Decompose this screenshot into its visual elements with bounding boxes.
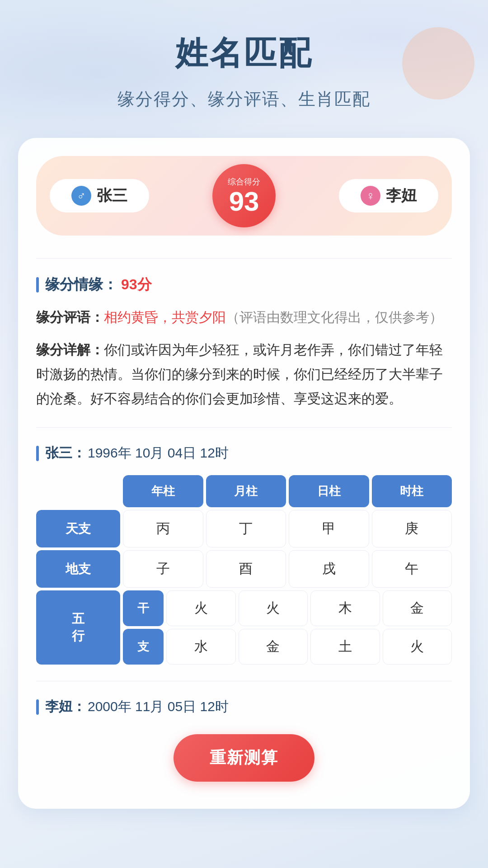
wuxing-gan-cells: 火 火 木 金 xyxy=(166,590,452,626)
bazi1-title: 张三： 1996年 10月 04日 12时 xyxy=(36,444,452,462)
wuxing-zhi-cells: 水 金 土 火 xyxy=(166,629,452,665)
detail-label: 缘分详解： xyxy=(36,342,104,357)
gan-val-0: 火 xyxy=(166,590,236,626)
gan-val-3: 金 xyxy=(383,590,452,626)
bazi1-person-label: 张三： xyxy=(45,444,86,462)
bazi2-title-bar xyxy=(36,699,39,715)
yuanfen-score: 93分 xyxy=(121,275,152,295)
bazi2-section: 李妞： 2000年 11月 05日 12时 xyxy=(36,681,452,716)
wuxing-right: 干 火 火 木 金 支 水 金 土 xyxy=(123,590,452,665)
tiangan-val-0: 丙 xyxy=(123,510,203,547)
th-nianzhu: 年柱 xyxy=(123,475,203,507)
score-label: 综合得分 xyxy=(228,176,260,187)
bazi1-title-bar xyxy=(36,446,39,461)
page-subtitle: 缘分得分、缘分评语、生肖匹配 xyxy=(0,88,488,111)
zhi-val-0: 水 xyxy=(166,629,236,665)
zhi-val-3: 火 xyxy=(383,629,452,665)
wuxing-zhi-label: 支 xyxy=(123,629,164,665)
dizhi-val-2: 戌 xyxy=(289,550,369,588)
bazi2-title: 李妞： 2000年 11月 05日 12时 xyxy=(36,698,452,716)
bazi1-section: 张三： 1996年 10月 04日 12时 年柱 月柱 日柱 时柱 天支 丙 丁… xyxy=(36,427,452,665)
th-yuezhu: 月柱 xyxy=(206,475,286,507)
yuanfen-title-text: 缘分情缘： xyxy=(45,275,117,295)
male-gender-icon: ♂ xyxy=(71,186,91,206)
dizhi-val-1: 酉 xyxy=(206,550,286,588)
dizhi-val-3: 午 xyxy=(372,550,452,588)
review-highlight: 相约黄昏，共赏夕阳 xyxy=(104,310,226,325)
recalculate-button[interactable]: 重新测算 xyxy=(174,734,314,782)
tiangan-val-1: 丁 xyxy=(206,510,286,547)
review-label: 缘分评语： xyxy=(36,310,104,325)
score-circle: 综合得分 93 xyxy=(212,164,276,227)
table-header-row: 年柱 月柱 日柱 时柱 xyxy=(36,475,452,507)
wuxing-char2: 行 xyxy=(72,627,84,645)
bazi1-birth-date: 1996年 10月 04日 12时 xyxy=(88,444,229,462)
review-text: 缘分评语：相约黄昏，共赏夕阳（评语由数理文化得出，仅供参考） xyxy=(36,306,452,329)
yuanfen-section: 缘分情缘： 93分 缘分评语：相约黄昏，共赏夕阳（评语由数理文化得出，仅供参考）… xyxy=(36,258,452,411)
female-gender-icon: ♀ xyxy=(361,186,380,206)
bazi2-birth-date: 2000年 11月 05日 12时 xyxy=(88,698,229,716)
score-number: 93 xyxy=(229,188,259,215)
dizhi-val-0: 子 xyxy=(123,550,203,588)
bazi2-person-label: 李妞： xyxy=(45,698,86,716)
tiangan-label: 天支 xyxy=(36,510,120,547)
bottom-btn-area: 重新测算 xyxy=(36,734,452,782)
gan-val-2: 木 xyxy=(310,590,380,626)
zhi-val-2: 土 xyxy=(310,629,380,665)
dizhi-label: 地支 xyxy=(36,550,120,588)
score-header: ♂ 张三 综合得分 93 ♀ 李妞 xyxy=(36,156,452,236)
main-card: ♂ 张三 综合得分 93 ♀ 李妞 缘分情缘： 93分 缘分评语：相约黄昏，共赏… xyxy=(18,138,470,809)
section-title-bar xyxy=(36,277,39,292)
wuxing-char1: 五 xyxy=(72,610,84,627)
tiangan-val-3: 庚 xyxy=(372,510,452,547)
dizhi-row: 地支 子 酉 戌 午 xyxy=(36,550,452,588)
th-empty xyxy=(36,475,120,507)
gan-val-1: 火 xyxy=(239,590,308,626)
person2-name: 李妞 xyxy=(386,185,417,206)
th-shizhu: 时柱 xyxy=(372,475,452,507)
wuxing-gan-row: 干 火 火 木 金 xyxy=(123,590,452,626)
wuxing-wrapper: 五 行 干 火 火 木 金 xyxy=(36,590,452,665)
person1-pill: ♂ 张三 xyxy=(50,179,149,212)
wuxing-zhi-row: 支 水 金 土 火 xyxy=(123,629,452,665)
detail-text: 缘分详解：你们或许因为年少轻狂，或许月老作弄，你们错过了年轻时激扬的热情。当你们… xyxy=(36,338,452,411)
wuxing-gan-label: 干 xyxy=(123,590,164,626)
zhi-val-1: 金 xyxy=(239,629,308,665)
th-rizhu: 日柱 xyxy=(289,475,369,507)
bazi1-table: 年柱 月柱 日柱 时柱 天支 丙 丁 甲 庚 地支 子 酉 戌 午 xyxy=(36,475,452,665)
person2-pill: ♀ 李妞 xyxy=(339,179,438,212)
page-title: 姓名匹配 xyxy=(0,0,488,75)
yuanfen-section-title: 缘分情缘： 93分 xyxy=(36,275,452,295)
person1-name: 张三 xyxy=(97,185,127,206)
tiangan-row: 天支 丙 丁 甲 庚 xyxy=(36,510,452,547)
wuxing-left-label: 五 行 xyxy=(36,590,120,665)
review-note: （评语由数理文化得出，仅供参考） xyxy=(226,310,443,325)
tiangan-val-2: 甲 xyxy=(289,510,369,547)
